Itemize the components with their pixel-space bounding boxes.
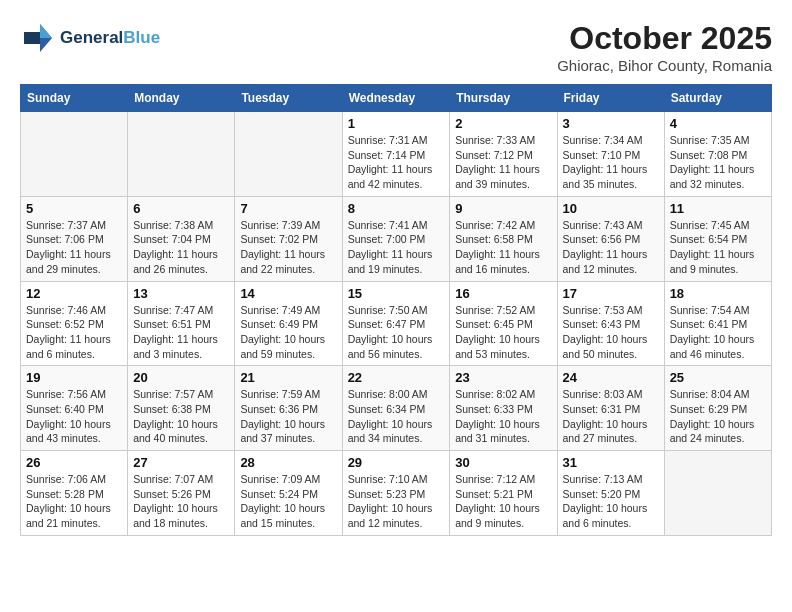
calendar-week-row: 1Sunrise: 7:31 AMSunset: 7:14 PMDaylight…	[21, 112, 772, 197]
day-info: Sunrise: 7:54 AMSunset: 6:41 PMDaylight:…	[670, 303, 766, 362]
day-info: Sunrise: 7:52 AMSunset: 6:45 PMDaylight:…	[455, 303, 551, 362]
day-number: 29	[348, 455, 445, 470]
calendar-day-cell: 10Sunrise: 7:43 AMSunset: 6:56 PMDayligh…	[557, 196, 664, 281]
calendar-table: SundayMondayTuesdayWednesdayThursdayFrid…	[20, 84, 772, 536]
day-info: Sunrise: 7:41 AMSunset: 7:00 PMDaylight:…	[348, 218, 445, 277]
calendar-week-row: 12Sunrise: 7:46 AMSunset: 6:52 PMDayligh…	[21, 281, 772, 366]
calendar-day-cell	[21, 112, 128, 197]
calendar-day-cell: 28Sunrise: 7:09 AMSunset: 5:24 PMDayligh…	[235, 451, 342, 536]
weekday-header-monday: Monday	[128, 85, 235, 112]
day-number: 14	[240, 286, 336, 301]
day-info: Sunrise: 8:00 AMSunset: 6:34 PMDaylight:…	[348, 387, 445, 446]
logo: GeneralBlue	[20, 20, 160, 56]
calendar-day-cell: 26Sunrise: 7:06 AMSunset: 5:28 PMDayligh…	[21, 451, 128, 536]
calendar-day-cell	[664, 451, 771, 536]
day-number: 15	[348, 286, 445, 301]
calendar-day-cell: 2Sunrise: 7:33 AMSunset: 7:12 PMDaylight…	[450, 112, 557, 197]
day-info: Sunrise: 7:57 AMSunset: 6:38 PMDaylight:…	[133, 387, 229, 446]
day-info: Sunrise: 7:47 AMSunset: 6:51 PMDaylight:…	[133, 303, 229, 362]
day-number: 30	[455, 455, 551, 470]
day-number: 25	[670, 370, 766, 385]
day-info: Sunrise: 8:03 AMSunset: 6:31 PMDaylight:…	[563, 387, 659, 446]
day-info: Sunrise: 7:31 AMSunset: 7:14 PMDaylight:…	[348, 133, 445, 192]
location-subtitle: Ghiorac, Bihor County, Romania	[557, 57, 772, 74]
calendar-day-cell: 9Sunrise: 7:42 AMSunset: 6:58 PMDaylight…	[450, 196, 557, 281]
calendar-day-cell: 7Sunrise: 7:39 AMSunset: 7:02 PMDaylight…	[235, 196, 342, 281]
weekday-header-wednesday: Wednesday	[342, 85, 450, 112]
calendar-day-cell: 25Sunrise: 8:04 AMSunset: 6:29 PMDayligh…	[664, 366, 771, 451]
day-number: 5	[26, 201, 122, 216]
svg-rect-3	[24, 32, 40, 44]
day-info: Sunrise: 7:42 AMSunset: 6:58 PMDaylight:…	[455, 218, 551, 277]
calendar-day-cell: 19Sunrise: 7:56 AMSunset: 6:40 PMDayligh…	[21, 366, 128, 451]
calendar-day-cell: 6Sunrise: 7:38 AMSunset: 7:04 PMDaylight…	[128, 196, 235, 281]
calendar-day-cell: 23Sunrise: 8:02 AMSunset: 6:33 PMDayligh…	[450, 366, 557, 451]
day-number: 23	[455, 370, 551, 385]
day-info: Sunrise: 7:59 AMSunset: 6:36 PMDaylight:…	[240, 387, 336, 446]
calendar-day-cell: 12Sunrise: 7:46 AMSunset: 6:52 PMDayligh…	[21, 281, 128, 366]
day-number: 7	[240, 201, 336, 216]
weekday-header-thursday: Thursday	[450, 85, 557, 112]
day-info: Sunrise: 7:39 AMSunset: 7:02 PMDaylight:…	[240, 218, 336, 277]
day-info: Sunrise: 7:13 AMSunset: 5:20 PMDaylight:…	[563, 472, 659, 531]
day-number: 3	[563, 116, 659, 131]
calendar-day-cell: 21Sunrise: 7:59 AMSunset: 6:36 PMDayligh…	[235, 366, 342, 451]
day-number: 2	[455, 116, 551, 131]
day-info: Sunrise: 7:38 AMSunset: 7:04 PMDaylight:…	[133, 218, 229, 277]
day-info: Sunrise: 7:56 AMSunset: 6:40 PMDaylight:…	[26, 387, 122, 446]
calendar-day-cell: 29Sunrise: 7:10 AMSunset: 5:23 PMDayligh…	[342, 451, 450, 536]
calendar-week-row: 5Sunrise: 7:37 AMSunset: 7:06 PMDaylight…	[21, 196, 772, 281]
day-number: 19	[26, 370, 122, 385]
calendar-day-cell	[128, 112, 235, 197]
weekday-header-sunday: Sunday	[21, 85, 128, 112]
weekday-header-saturday: Saturday	[664, 85, 771, 112]
calendar-day-cell: 13Sunrise: 7:47 AMSunset: 6:51 PMDayligh…	[128, 281, 235, 366]
calendar-day-cell: 17Sunrise: 7:53 AMSunset: 6:43 PMDayligh…	[557, 281, 664, 366]
day-number: 27	[133, 455, 229, 470]
day-info: Sunrise: 7:07 AMSunset: 5:26 PMDaylight:…	[133, 472, 229, 531]
calendar-day-cell: 14Sunrise: 7:49 AMSunset: 6:49 PMDayligh…	[235, 281, 342, 366]
day-info: Sunrise: 7:06 AMSunset: 5:28 PMDaylight:…	[26, 472, 122, 531]
calendar-day-cell: 30Sunrise: 7:12 AMSunset: 5:21 PMDayligh…	[450, 451, 557, 536]
day-info: Sunrise: 7:35 AMSunset: 7:08 PMDaylight:…	[670, 133, 766, 192]
weekday-header-friday: Friday	[557, 85, 664, 112]
calendar-day-cell: 15Sunrise: 7:50 AMSunset: 6:47 PMDayligh…	[342, 281, 450, 366]
day-info: Sunrise: 7:46 AMSunset: 6:52 PMDaylight:…	[26, 303, 122, 362]
weekday-header-tuesday: Tuesday	[235, 85, 342, 112]
day-number: 22	[348, 370, 445, 385]
day-info: Sunrise: 7:49 AMSunset: 6:49 PMDaylight:…	[240, 303, 336, 362]
title-block: October 2025 Ghiorac, Bihor County, Roma…	[557, 20, 772, 74]
day-info: Sunrise: 7:43 AMSunset: 6:56 PMDaylight:…	[563, 218, 659, 277]
calendar-day-cell: 20Sunrise: 7:57 AMSunset: 6:38 PMDayligh…	[128, 366, 235, 451]
calendar-day-cell: 16Sunrise: 7:52 AMSunset: 6:45 PMDayligh…	[450, 281, 557, 366]
day-info: Sunrise: 8:04 AMSunset: 6:29 PMDaylight:…	[670, 387, 766, 446]
day-info: Sunrise: 7:10 AMSunset: 5:23 PMDaylight:…	[348, 472, 445, 531]
calendar-week-row: 26Sunrise: 7:06 AMSunset: 5:28 PMDayligh…	[21, 451, 772, 536]
day-number: 26	[26, 455, 122, 470]
day-info: Sunrise: 7:12 AMSunset: 5:21 PMDaylight:…	[455, 472, 551, 531]
day-number: 10	[563, 201, 659, 216]
day-number: 20	[133, 370, 229, 385]
day-number: 9	[455, 201, 551, 216]
page-header: GeneralBlue October 2025 Ghiorac, Bihor …	[20, 20, 772, 74]
day-number: 4	[670, 116, 766, 131]
calendar-day-cell: 27Sunrise: 7:07 AMSunset: 5:26 PMDayligh…	[128, 451, 235, 536]
calendar-day-cell: 1Sunrise: 7:31 AMSunset: 7:14 PMDaylight…	[342, 112, 450, 197]
calendar-day-cell: 3Sunrise: 7:34 AMSunset: 7:10 PMDaylight…	[557, 112, 664, 197]
day-number: 21	[240, 370, 336, 385]
day-info: Sunrise: 7:50 AMSunset: 6:47 PMDaylight:…	[348, 303, 445, 362]
day-info: Sunrise: 7:45 AMSunset: 6:54 PMDaylight:…	[670, 218, 766, 277]
day-number: 17	[563, 286, 659, 301]
weekday-header-row: SundayMondayTuesdayWednesdayThursdayFrid…	[21, 85, 772, 112]
day-number: 11	[670, 201, 766, 216]
day-number: 24	[563, 370, 659, 385]
calendar-day-cell: 31Sunrise: 7:13 AMSunset: 5:20 PMDayligh…	[557, 451, 664, 536]
calendar-day-cell: 4Sunrise: 7:35 AMSunset: 7:08 PMDaylight…	[664, 112, 771, 197]
calendar-day-cell	[235, 112, 342, 197]
month-title: October 2025	[557, 20, 772, 57]
day-info: Sunrise: 7:09 AMSunset: 5:24 PMDaylight:…	[240, 472, 336, 531]
day-info: Sunrise: 8:02 AMSunset: 6:33 PMDaylight:…	[455, 387, 551, 446]
day-number: 13	[133, 286, 229, 301]
day-number: 1	[348, 116, 445, 131]
day-number: 31	[563, 455, 659, 470]
